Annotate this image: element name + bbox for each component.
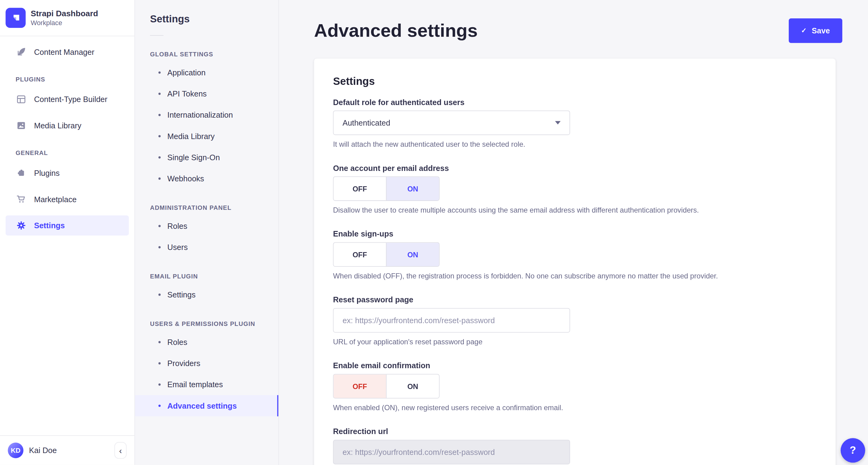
bullet-icon (158, 246, 160, 248)
bullet-icon (158, 362, 160, 364)
card-title: Settings (333, 75, 817, 88)
brand-workspace: Workplace (31, 19, 98, 27)
subnav-item-admin-roles[interactable]: Roles (135, 215, 278, 236)
field-hint: When enabled (ON), new registered users … (333, 403, 817, 412)
one-account-per-email-toggle: OFF ON (333, 176, 440, 201)
sidebar-item-settings[interactable]: Settings (5, 215, 129, 236)
subnav-item-media-library[interactable]: Media Library (135, 125, 278, 147)
enable-sign-ups-toggle: OFF ON (333, 242, 440, 267)
toggle-off-button[interactable]: OFF (334, 177, 386, 201)
field-label: Default role for authenticated users (333, 98, 817, 107)
sidebar-section-plugins: PLUGINS (16, 76, 129, 83)
field-label: Redirection url (333, 427, 817, 436)
page-title: Advanced settings (314, 20, 478, 41)
sidebar-item-marketplace[interactable]: Marketplace (5, 189, 129, 209)
field-hint: When disabled (OFF), the registration pr… (333, 272, 817, 280)
subnav-item-internationalization[interactable]: Internationalization (135, 105, 278, 125)
main-content: Advanced settings ✓ Save Settings Defaul… (279, 0, 868, 465)
field-redirection-url: Redirection url (333, 427, 817, 464)
sidebar: Strapi Dashboard Workplace Content Manag… (0, 0, 135, 465)
field-label: Enable sign-ups (333, 229, 817, 238)
reset-password-page-input[interactable] (333, 308, 570, 333)
subnav-item-up-roles[interactable]: Roles (135, 331, 278, 353)
select-value: Authenticated (343, 118, 391, 127)
bullet-icon (158, 135, 160, 137)
sidebar-item-label: Settings (34, 221, 65, 230)
avatar: KD (8, 443, 24, 458)
field-one-account-per-email: One account per email address OFF ON Dis… (333, 164, 817, 214)
subnav-item-admin-users[interactable]: Users (135, 236, 278, 258)
toggle-on-button[interactable]: ON (386, 177, 439, 201)
bullet-icon (158, 225, 160, 227)
subnav-section-users-permissions-plugin: USERS & PERMISSIONS PLUGIN (150, 320, 278, 327)
help-button[interactable]: ? (841, 438, 865, 463)
save-button[interactable]: ✓ Save (789, 19, 842, 43)
gear-icon (16, 220, 27, 231)
puzzle-icon (16, 168, 27, 179)
subnav-section-global-settings: GLOBAL SETTINGS (150, 51, 278, 58)
layout-grid-icon (16, 94, 27, 105)
bullet-icon (158, 341, 160, 343)
settings-card: Settings Default role for authenticated … (314, 59, 836, 465)
toggle-off-button[interactable]: OFF (334, 374, 386, 398)
toggle-on-button[interactable]: ON (386, 374, 439, 398)
sidebar-nav: Content Manager PLUGINS Content-Type Bui… (0, 36, 134, 435)
bullet-icon (158, 405, 160, 407)
field-reset-password-page: Reset password page URL of your applicat… (333, 295, 817, 346)
collapse-sidebar-button[interactable]: ‹ (114, 442, 126, 459)
sidebar-item-content-manager[interactable]: Content Manager (5, 42, 129, 62)
bullet-icon (158, 293, 160, 296)
subnav-title: Settings (150, 13, 278, 25)
sidebar-item-label: Media Library (34, 121, 82, 130)
field-default-role: Default role for authenticated users Aut… (333, 98, 817, 149)
field-label: One account per email address (333, 164, 817, 172)
chevron-down-icon (555, 121, 561, 124)
strapi-logo-icon (5, 8, 26, 28)
check-icon: ✓ (801, 27, 806, 35)
subnav-item-application[interactable]: Application (135, 62, 278, 83)
user-name: Kai Doe (29, 446, 57, 455)
subnav-item-email-templates[interactable]: Email templates (135, 374, 278, 395)
bullet-icon (158, 383, 160, 386)
sidebar-item-content-type-builder[interactable]: Content-Type Builder (5, 89, 129, 110)
save-button-label: Save (812, 26, 830, 35)
field-hint: It will attach the new authenticated use… (333, 140, 817, 148)
shopping-cart-icon (16, 194, 27, 205)
field-enable-sign-ups: Enable sign-ups OFF ON When disabled (OF… (333, 229, 817, 280)
sidebar-footer: KD Kai Doe ‹ (0, 435, 134, 465)
field-label: Enable email confirmation (333, 361, 817, 370)
bullet-icon (158, 177, 160, 179)
subnav-item-api-tokens[interactable]: API Tokens (135, 83, 278, 104)
subnav-divider (150, 35, 163, 36)
toggle-on-button[interactable]: ON (386, 243, 439, 266)
bullet-icon (158, 92, 160, 95)
enable-email-confirmation-toggle: OFF ON (333, 374, 440, 399)
feather-pen-icon (16, 46, 27, 57)
page-header: Advanced settings ✓ Save (314, 19, 842, 43)
subnav-item-webhooks[interactable]: Webhooks (135, 168, 278, 189)
redirection-url-input (333, 440, 570, 464)
subnav-item-email-settings[interactable]: Settings (135, 284, 278, 305)
brand: Strapi Dashboard Workplace (0, 0, 134, 36)
sidebar-item-label: Plugins (34, 169, 60, 177)
chevron-left-icon: ‹ (119, 446, 122, 455)
brand-name: Strapi Dashboard (31, 8, 98, 19)
bullet-icon (158, 114, 160, 116)
subnav-item-providers[interactable]: Providers (135, 353, 278, 374)
subnav-item-single-sign-on[interactable]: Single Sign-On (135, 147, 278, 168)
field-hint: URL of your application's reset password… (333, 338, 817, 346)
subnav-section-administration-panel: ADMINISTRATION PANEL (150, 204, 278, 211)
sidebar-item-label: Marketplace (34, 195, 76, 204)
subnav-section-email-plugin: EMAIL PLUGIN (150, 273, 278, 280)
field-label: Reset password page (333, 295, 817, 304)
sidebar-section-general: GENERAL (16, 149, 129, 156)
subnav-item-advanced-settings[interactable]: Advanced settings (135, 395, 278, 416)
sidebar-item-media-library[interactable]: Media Library (5, 115, 129, 136)
field-hint: Disallow the user to create multiple acc… (333, 206, 817, 214)
field-enable-email-confirmation: Enable email confirmation OFF ON When en… (333, 361, 817, 412)
toggle-off-button[interactable]: OFF (334, 243, 386, 266)
default-role-select[interactable]: Authenticated (333, 111, 570, 135)
app-root: Strapi Dashboard Workplace Content Manag… (0, 0, 868, 465)
sidebar-item-plugins[interactable]: Plugins (5, 163, 129, 183)
settings-subnav: Settings GLOBAL SETTINGS Application API… (135, 0, 279, 465)
